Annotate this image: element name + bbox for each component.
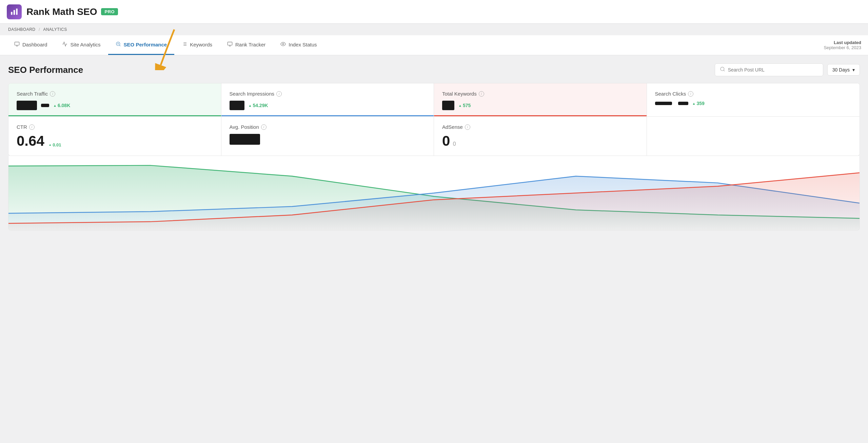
traffic-redacted [17,101,37,110]
seo-perf-header: SEO Performance 30 Days ▾ [8,63,860,76]
tab-bar: Dashboard Site Analytics SEO Performance… [0,35,868,55]
days-dropdown-label: 30 Days [832,67,850,73]
last-updated-label: Last updated [824,40,861,45]
tab-seo-performance-label: SEO Performance [124,42,167,47]
tab-index-status[interactable]: Index Status [273,35,324,55]
search-post-url-input[interactable] [728,67,818,73]
app-logo [7,4,22,19]
svg-rect-3 [15,42,19,45]
chevron-down-icon: ▾ [852,67,855,73]
stat-traffic-values: 6.08K [17,101,213,110]
help-icon-ctr[interactable]: i [29,124,35,130]
svg-rect-2 [16,8,17,15]
monitor-icon [14,41,20,48]
logo-icon [10,7,19,16]
breadcrumb-analytics[interactable]: ANALYTICS [43,27,67,32]
search-url-box[interactable] [715,63,823,76]
seo-perf-controls: 30 Days ▾ [715,63,860,76]
breadcrumb-dashboard[interactable]: DASHBOARD [8,27,36,32]
svg-point-19 [282,43,284,45]
stat-search-clicks: Search Clicks i 359 [647,83,860,116]
tab-bar-left: Dashboard Site Analytics SEO Performance… [7,35,324,55]
keywords-icon [182,41,187,48]
breadcrumb-separator: / [39,27,40,32]
tab-rank-tracker-label: Rank Tracker [235,42,265,47]
stat-search-traffic-title: Search Traffic i [17,91,213,97]
last-updated-date: September 6, 2023 [824,45,861,50]
svg-rect-16 [228,42,232,45]
help-icon-impressions[interactable]: i [276,91,282,97]
tab-site-analytics-label: Site Analytics [70,42,100,47]
help-icon-adsense[interactable]: i [465,124,470,130]
impressions-change: 54.29K [249,103,268,108]
svg-point-21 [721,67,724,71]
seo-icon [116,41,121,48]
stat-ctr-value-row: 0.64 0.01 [17,134,213,148]
stat-ctr-title: CTR i [17,124,213,130]
last-updated: Last updated September 6, 2023 [824,35,861,55]
clicks-redacted-1 [655,102,672,105]
chart-icon [62,41,67,48]
stat-ctr: CTR i 0.64 0.01 [8,117,221,156]
help-icon-keywords[interactable]: i [479,91,484,97]
clicks-change: 359 [692,101,705,106]
keywords-change: 575 [458,103,471,108]
impressions-border [221,115,434,116]
svg-rect-0 [11,12,12,15]
stat-clicks-title: Search Clicks i [655,91,852,97]
app-title: Rank Math SEO [26,6,97,17]
stat-impressions-values: 54.29K [230,101,426,110]
page-title: SEO Performance [8,65,83,75]
help-icon-traffic[interactable]: i [50,91,55,97]
tab-site-analytics[interactable]: Site Analytics [55,35,108,55]
avg-position-redacted [230,134,260,145]
chart-svg [8,156,860,230]
stat-total-keywords: Total Keywords i 575 [434,83,647,116]
adsense-big-value: 0 [442,133,450,149]
stat-keywords-values: 575 [442,101,638,110]
stat-search-impressions: Search Impressions i 54.29K [221,83,434,116]
help-icon-avg-position[interactable]: i [261,124,267,130]
stat-search-traffic: Search Traffic i 6.08K [8,83,221,116]
tab-rank-tracker[interactable]: Rank Tracker [220,35,273,55]
clicks-redacted-2 [678,102,688,105]
breadcrumb: DASHBOARD / ANALYTICS [0,24,868,35]
tab-dashboard-label: Dashboard [22,42,47,47]
eye-icon [280,41,286,48]
stat-clicks-values: 359 [655,101,852,106]
ctr-big-value: 0.64 [17,133,44,149]
stat-avg-position-title: Avg. Position i [230,124,426,130]
tab-dashboard[interactable]: Dashboard [7,35,55,55]
ctr-change: 0.01 [48,142,61,147]
pro-badge: PRO [101,8,118,15]
stat-adsense-value-row: 0 0 [442,134,638,148]
main-content: SEO Performance 30 Days ▾ [0,55,868,230]
stat-avg-position-value [230,134,426,146]
stats-row-1: Search Traffic i 6.08K Search Impression… [8,83,860,117]
stat-avg-position: Avg. Position i [221,117,434,156]
svg-rect-1 [14,10,15,15]
traffic-change: 6.08K [53,103,70,108]
top-bar: Rank Math SEO PRO [0,0,868,24]
search-icon [720,66,725,73]
svg-line-22 [724,70,725,71]
tab-index-status-label: Index Status [289,42,317,47]
stat-empty [647,117,860,156]
tab-keywords[interactable]: Keywords [174,35,220,55]
impressions-redacted [230,101,244,110]
keywords-border [434,115,647,116]
traffic-border [8,115,221,116]
tab-keywords-label: Keywords [190,42,212,47]
svg-line-7 [119,45,120,46]
days-dropdown[interactable]: 30 Days ▾ [827,64,860,76]
stat-adsense-title: AdSense i [442,124,638,130]
stat-keywords-title: Total Keywords i [442,91,638,97]
help-icon-clicks[interactable]: i [688,91,693,97]
stat-adsense: AdSense i 0 0 [434,117,647,156]
tab-seo-performance[interactable]: SEO Performance [108,35,175,55]
keywords-redacted [442,101,454,110]
traffic-redacted-2 [41,104,49,107]
stats-row-2: CTR i 0.64 0.01 Avg. Position i AdSense … [8,117,860,156]
adsense-sub-value: 0 [453,141,456,147]
stat-impressions-title: Search Impressions i [230,91,426,97]
